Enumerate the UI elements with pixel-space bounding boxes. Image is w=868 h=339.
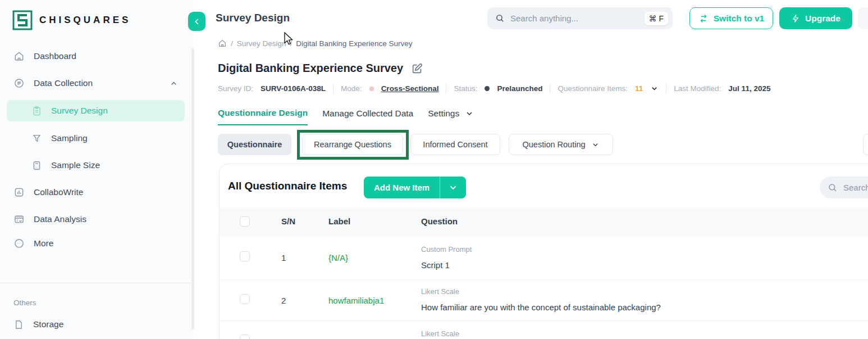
table-row[interactable]: 2 howfamiliabja1 Likert Scale How famili… [220,280,868,321]
cutoff-subtab-fragment[interactable] [863,134,868,155]
tab-manage-collected-data[interactable]: Manage Collected Data [322,108,413,125]
brand-logo: CHISQUARES [12,10,131,30]
table-search-input[interactable] [843,183,868,192]
tab-settings[interactable]: Settings [428,108,474,125]
sidebar-divider [0,283,194,283]
questionnaire-items-count: 11 [635,84,643,93]
subtab-label: Question Routing [522,140,585,149]
chevron-down-icon[interactable] [650,84,659,93]
last-modified-label: Last Modified: [674,84,721,93]
global-search-input[interactable] [510,13,639,23]
home-icon [13,51,25,62]
sidebar-item-survey-design[interactable]: Survey Design [7,100,185,121]
sidebar-item-storage[interactable]: Storage [0,313,194,336]
column-header-question: Question [421,216,458,226]
row-checkbox[interactable] [240,251,250,261]
calculator-icon [31,160,42,171]
chevron-up-icon [170,79,178,88]
row-checkbox[interactable] [240,335,250,339]
column-header-sn: S/N [281,216,295,226]
mode-label: Mode: [341,84,362,93]
row-question-type: Custom Prompt [421,245,472,254]
switch-to-v1-label: Switch to v1 [714,13,764,24]
table-header-row: S/N Label Question [220,207,868,236]
breadcrumb-home-icon[interactable] [218,39,227,48]
sidebar-scrollbar[interactable] [191,48,194,329]
row-label[interactable]: howfamiliabja1 [328,296,384,305]
last-modified-value: Jul 11, 2025 [728,84,770,93]
row-question-text[interactable]: Script 1 [421,260,450,270]
sidebar-item-label: More [34,238,53,248]
breadcrumb-separator: / [231,39,233,48]
funnel-icon [31,133,42,144]
table-row[interactable]: Likert Scale [220,321,868,339]
sidebar-collapse-button[interactable] [188,12,205,31]
tab-questionnaire-design[interactable]: Questionnaire Design [218,108,308,125]
row-question-text[interactable]: How familiar are you with the concept of… [421,302,661,312]
add-item-dropdown-toggle[interactable] [440,177,466,198]
tab-label: Questionnaire Design [218,108,308,118]
add-new-item-label: Add New Item [364,177,440,198]
clipboard-icon [31,106,42,116]
sidebar-item-dashboard[interactable]: Dashboard [0,45,194,67]
sidebar-item-more[interactable]: More [0,232,194,255]
sidebar-item-label: Storage [33,319,63,329]
mouse-cursor [282,32,294,47]
select-all-checkbox[interactable] [240,216,250,227]
meta-divider [666,84,666,93]
brand-wordmark: CHISQUARES [39,15,131,26]
status-label: Status: [454,84,477,93]
subtab-label: Informed Consent [423,140,487,149]
subtab-rearrange-questions[interactable]: Rearrange Questions [302,134,403,155]
sidebar-item-data-analysis[interactable]: Data Analysis [0,208,194,230]
upgrade-label: Upgrade [805,13,840,24]
status-dot [485,86,490,91]
mode-value[interactable]: Cross-Sectional [381,84,439,93]
survey-meta-row: Survey ID: SURV-0106A-038L Mode: Cross-S… [218,84,770,93]
row-question-type: Likert Scale [421,329,459,338]
sidebar-item-sampling[interactable]: Sampling [0,127,194,150]
table-search[interactable] [820,177,868,198]
sidebar-item-label: Sampling [51,133,88,143]
file-icon [13,319,24,330]
panel-heading: All Questionnaire Items [228,180,347,192]
keyboard-shortcut-badge: ⌘ F [645,12,668,25]
subtab-questionnaire[interactable]: Questionnaire [218,134,291,155]
sidebar-item-label: Data Collection [34,78,93,88]
breadcrumb: / Survey Design / Digital Banking Experi… [218,39,412,48]
switch-to-v1-button[interactable]: Switch to v1 [689,7,773,29]
subtab-informed-consent[interactable]: Informed Consent [410,134,500,155]
data-collection-icon [13,78,25,89]
search-icon [495,13,505,23]
survey-id-value: SURV-0106A-038L [261,84,326,93]
survey-tabs: Questionnaire Design Manage Collected Da… [218,108,474,125]
analysis-grid-icon [13,214,25,225]
meta-divider [550,84,550,93]
breadcrumb-item-survey-design[interactable]: Survey Design [237,39,286,48]
row-sn: 1 [281,253,286,263]
subtab-label: Questionnaire [227,140,282,149]
upgrade-button[interactable]: Upgrade [779,7,852,29]
swap-icon [698,13,709,24]
row-label[interactable]: {N/A} [328,253,348,263]
sidebar-item-sample-size[interactable]: Sample Size [0,154,194,177]
edit-icon[interactable] [411,62,423,75]
sidebar-item-label: Dashboard [34,51,76,61]
sidebar-item-label: CollaboWrite [34,187,83,197]
global-search[interactable]: ⌘ F [487,7,673,29]
cutoff-header-button[interactable] [858,7,868,29]
sidebar-item-data-collection[interactable]: Data Collection [0,72,194,94]
lightning-icon [791,14,800,23]
subtab-question-routing[interactable]: Question Routing [509,134,613,155]
mode-dot [369,87,374,91]
table-row[interactable]: 1 {N/A} Custom Prompt Script 1 [220,236,868,280]
subtab-label: Rearrange Questions [314,140,391,149]
sidebar-item-collabowrite[interactable]: CollaboWrite [0,181,194,204]
page-header-title: Survey Design [216,12,290,24]
add-new-item-button[interactable]: Add New Item [364,177,466,198]
chevron-left-icon [193,18,200,25]
row-checkbox[interactable] [240,294,250,304]
chisquares-logo-icon [12,10,33,30]
row-question-type: Likert Scale [421,287,459,296]
meta-divider [333,84,334,93]
